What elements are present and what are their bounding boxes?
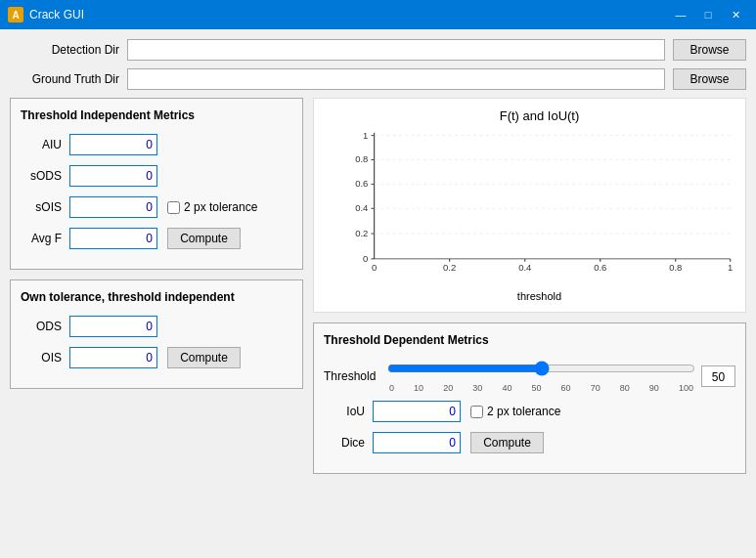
dice-label: Dice xyxy=(324,436,373,450)
minimize-button[interactable]: — xyxy=(668,5,693,24)
left-panels: Threshold Independent Metrics AIU sODS s… xyxy=(10,98,303,474)
ground-truth-dir-input[interactable] xyxy=(127,68,665,90)
sois-label: sOIS xyxy=(21,200,69,214)
avgf-row: Avg F Compute xyxy=(21,228,292,249)
chart-svg: 1 0.8 0.6 0.4 xyxy=(343,128,735,278)
sods-label: sODS xyxy=(21,169,69,183)
sois-row: sOIS 2 px tolerance xyxy=(21,196,292,218)
svg-text:0.4: 0.4 xyxy=(518,264,531,273)
iou-label: IoU xyxy=(324,405,373,418)
svg-text:1: 1 xyxy=(728,264,733,273)
svg-text:0.8: 0.8 xyxy=(669,264,682,273)
threshold-independent-panel: Threshold Independent Metrics AIU sODS s… xyxy=(10,98,303,270)
aiu-input[interactable] xyxy=(69,134,157,155)
window-controls: — □ ✕ xyxy=(668,5,748,24)
threshold-value: 50 xyxy=(701,365,735,387)
svg-text:0.6: 0.6 xyxy=(355,180,368,189)
own-tolerance-panel: Own tolerance, threshold independent ODS… xyxy=(10,279,303,389)
threshold-slider-container: 0 10 20 30 40 50 60 70 80 90 100 xyxy=(387,359,695,393)
main-content: Detection Dir Browse Ground Truth Dir Br… xyxy=(0,29,756,484)
sods-input[interactable] xyxy=(69,165,157,187)
dice-row: Dice Compute xyxy=(324,432,735,453)
compute-button-3[interactable]: Compute xyxy=(470,432,544,453)
svg-text:0.2: 0.2 xyxy=(355,229,368,237)
compute-button-2[interactable]: Compute xyxy=(167,347,241,368)
iou-tolerance-checkbox[interactable] xyxy=(470,406,483,418)
x-axis-label: threshold xyxy=(517,290,561,302)
ground-truth-dir-label: Ground Truth Dir xyxy=(10,72,127,86)
iou-row: IoU 2 px tolerance xyxy=(324,401,735,422)
detection-dir-label: Detection Dir xyxy=(10,43,127,57)
threshold-label: Threshold xyxy=(324,369,387,383)
svg-text:0.2: 0.2 xyxy=(443,264,456,273)
slider-ticks: 0 10 20 30 40 50 60 70 80 90 100 xyxy=(387,383,695,393)
svg-text:1: 1 xyxy=(363,131,368,140)
sois-input[interactable] xyxy=(69,196,157,218)
ods-input[interactable] xyxy=(69,316,157,337)
svg-text:0.6: 0.6 xyxy=(594,264,606,273)
svg-text:0: 0 xyxy=(363,254,368,263)
ois-label: OIS xyxy=(21,351,69,365)
threshold-dependent-panel: Threshold Dependent Metrics Threshold 0 … xyxy=(313,322,746,474)
chart-area: F(t) and IoU(t) 1 0.8 xyxy=(313,98,746,313)
window-title: Crack GUI xyxy=(29,8,668,21)
tolerance-checkbox[interactable] xyxy=(167,201,180,214)
svg-text:0.8: 0.8 xyxy=(355,155,368,164)
detection-dir-row: Detection Dir Browse xyxy=(10,39,746,61)
svg-text:0.4: 0.4 xyxy=(355,204,368,213)
chart-inner: 1 0.8 0.6 0.4 xyxy=(343,128,735,278)
aiu-label: AIU xyxy=(21,138,69,151)
detection-browse-button[interactable]: Browse xyxy=(673,39,746,61)
chart-title: F(t) and IoU(t) xyxy=(343,108,735,123)
ois-input[interactable] xyxy=(69,347,157,368)
ods-row: ODS xyxy=(21,316,292,337)
avgf-input[interactable] xyxy=(69,228,157,249)
right-panel: F(t) and IoU(t) 1 0.8 xyxy=(313,98,746,474)
threshold-slider[interactable] xyxy=(387,359,695,378)
threshold-slider-row: Threshold 0 10 20 30 40 50 60 70 80 xyxy=(324,359,735,393)
own-tolerance-title: Own tolerance, threshold independent xyxy=(21,290,292,304)
threshold-independent-title: Threshold Independent Metrics xyxy=(21,108,292,122)
close-button[interactable]: ✕ xyxy=(723,5,748,24)
iou-input[interactable] xyxy=(373,401,461,422)
detection-dir-input[interactable] xyxy=(127,39,665,61)
app-icon: A xyxy=(8,7,23,22)
ground-truth-browse-button[interactable]: Browse xyxy=(673,68,746,90)
avgf-label: Avg F xyxy=(21,232,69,245)
dice-input[interactable] xyxy=(373,432,461,453)
threshold-dependent-title: Threshold Dependent Metrics xyxy=(324,333,735,347)
ground-truth-dir-row: Ground Truth Dir Browse xyxy=(10,68,746,90)
compute-button-1[interactable]: Compute xyxy=(167,228,241,249)
svg-text:0: 0 xyxy=(372,264,377,273)
title-bar: A Crack GUI — □ ✕ xyxy=(0,0,756,29)
ois-row: OIS Compute xyxy=(21,347,292,368)
aiu-row: AIU xyxy=(21,134,292,155)
ods-label: ODS xyxy=(21,320,69,333)
tolerance-check-label[interactable]: 2 px tolerance xyxy=(167,200,257,214)
sods-row: sODS xyxy=(21,165,292,187)
maximize-button[interactable]: □ xyxy=(695,5,721,24)
iou-tolerance-label[interactable]: 2 px tolerance xyxy=(470,405,560,418)
panels-row: Threshold Independent Metrics AIU sODS s… xyxy=(10,98,746,474)
